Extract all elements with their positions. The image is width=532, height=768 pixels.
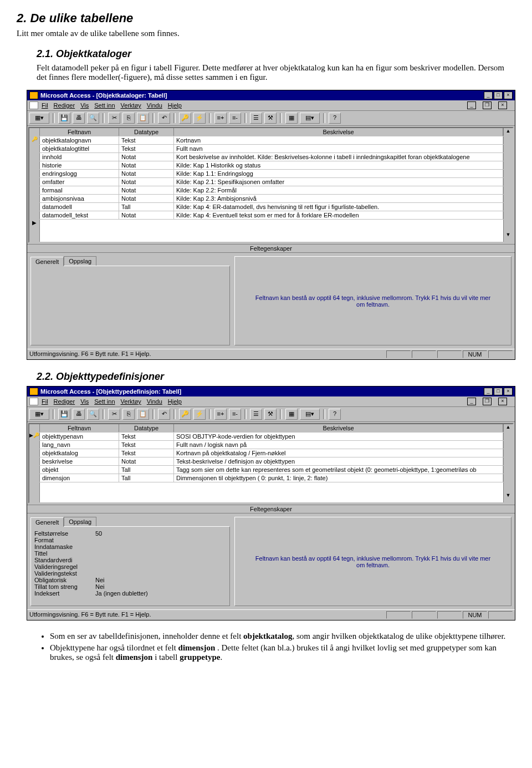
- cell-datatype[interactable]: Tekst: [119, 136, 174, 144]
- view-dropdown[interactable]: ▦▾: [29, 113, 49, 124]
- row-selector-current[interactable]: ▶: [29, 220, 40, 232]
- db-window-button[interactable]: ▦: [285, 113, 298, 124]
- row-selector[interactable]: [29, 203, 40, 211]
- cell-beskrivelse[interactable]: Kortnavn: [174, 136, 503, 144]
- tab-generelt[interactable]: Generelt: [30, 257, 64, 266]
- cell-feltnavn[interactable]: historie: [40, 161, 119, 169]
- close-button[interactable]: ×: [504, 91, 513, 99]
- properties-button[interactable]: ☰: [250, 113, 262, 124]
- table-row[interactable]: omfatterNotatKilde: Kap 2.1: Spesifikajs…: [29, 178, 513, 186]
- menu-vis[interactable]: Vis: [80, 102, 89, 109]
- property-value[interactable]: [95, 537, 226, 543]
- cell-feltnavn[interactable]: innhold: [40, 153, 119, 161]
- db-window-button[interactable]: ▦: [285, 409, 298, 420]
- maximize-button[interactable]: □: [494, 388, 503, 395]
- property-value[interactable]: [95, 570, 226, 577]
- col-datatype[interactable]: Datatype: [119, 128, 174, 136]
- paste-button[interactable]: 📋: [137, 113, 149, 124]
- cell-beskrivelse[interactable]: Kilde: Kap 2.1: Spesifikajsonen omfatter: [174, 178, 503, 186]
- cell-datatype[interactable]: Tall: [119, 474, 174, 482]
- cell-feltnavn[interactable]: omfatter: [40, 178, 119, 186]
- undo-button[interactable]: ↶: [158, 409, 170, 420]
- preview-button[interactable]: 🔍: [87, 409, 99, 420]
- property-row[interactable]: Inndatamaske: [34, 543, 226, 550]
- menu-verktoy[interactable]: Verktøy: [121, 102, 141, 109]
- insert-row-button[interactable]: ≡+: [214, 113, 227, 124]
- row-selector[interactable]: [29, 449, 40, 457]
- cell-datatype[interactable]: Notat: [119, 153, 174, 161]
- tab-oppslag[interactable]: Oppslag: [64, 517, 96, 526]
- cell-beskrivelse[interactable]: Tagg som sier om dette kan representeres…: [174, 466, 503, 474]
- table-row[interactable]: datamodellTallKilde: Kap 4: ER-datamodel…: [29, 203, 513, 211]
- row-selector[interactable]: [29, 211, 40, 219]
- col-datatype[interactable]: Datatype: [119, 424, 174, 432]
- table-row[interactable]: historieNotatKilde: Kap 1 Historikk og s…: [29, 161, 513, 170]
- menu-rediger[interactable]: Rediger: [54, 398, 75, 405]
- property-value[interactable]: Ja (ingen dubletter): [95, 590, 226, 597]
- table-row[interactable]: formaalNotatKilde: Kap 2.2: Formål: [29, 186, 513, 195]
- property-value[interactable]: [95, 563, 226, 570]
- cell-feltnavn[interactable]: objektkatalognavn: [40, 136, 119, 144]
- copy-button[interactable]: ⎘: [122, 113, 135, 124]
- menu-vis[interactable]: Vis: [80, 398, 89, 405]
- cell-feltnavn[interactable]: objekttypenavn: [40, 433, 119, 440]
- cell-feltnavn[interactable]: endringslogg: [40, 170, 119, 177]
- property-value[interactable]: [95, 557, 226, 563]
- new-object-dropdown[interactable]: ▤▾: [300, 409, 320, 420]
- property-row[interactable]: Tillat tom strengNei: [34, 583, 226, 590]
- cell-feltnavn[interactable]: lang_navn: [40, 441, 119, 449]
- table-row[interactable]: objektkatalogtittelTekstFullt navn: [29, 145, 513, 153]
- table-row[interactable]: lang_navnTekstFullt navn / logisk navn p…: [29, 441, 513, 449]
- table-row[interactable]: datamodell_tekstNotatKilde: Kap 4: Event…: [29, 211, 513, 220]
- insert-row-button[interactable]: ≡+: [214, 409, 227, 420]
- cell-beskrivelse[interactable]: Tekst-beskrivelse / definisjon av objekt…: [174, 457, 503, 465]
- cell-beskrivelse[interactable]: Kilde: Kap 4: ER-datamodell, dvs henvisn…: [174, 203, 503, 211]
- build-button[interactable]: ⚒: [264, 409, 277, 420]
- row-selector[interactable]: [29, 457, 40, 465]
- delete-row-button[interactable]: ≡-: [229, 409, 241, 420]
- cell-feltnavn[interactable]: ambisjonsnivaa: [40, 195, 119, 202]
- table-row[interactable]: 🔑objektkatalognavnTekstKortnavn: [29, 136, 513, 145]
- save-button[interactable]: 💾: [58, 113, 70, 124]
- cell-beskrivelse[interactable]: Fullt navn / logisk navn på: [174, 441, 503, 449]
- cell-datatype[interactable]: Notat: [119, 186, 174, 194]
- property-row[interactable]: Valideringsregel: [34, 563, 226, 570]
- cell-beskrivelse[interactable]: Kilde: Kap 2.2: Formål: [174, 186, 503, 194]
- cell-feltnavn[interactable]: objekt: [40, 466, 119, 474]
- cell-beskrivelse[interactable]: Kilde: Kap 2.3: Ambisjonsnivå: [174, 195, 503, 202]
- cell-feltnavn[interactable]: objektkatalogtittel: [40, 145, 119, 152]
- lightning-button[interactable]: ⚡: [193, 409, 206, 420]
- cell-beskrivelse[interactable]: Kortnavn på objektkatalog / Fjern-nøkkel: [174, 449, 503, 457]
- scroll-up-icon[interactable]: ▲: [503, 424, 513, 432]
- row-selector[interactable]: [29, 145, 40, 152]
- table-row[interactable]: dimensjonTallDimmensjonen til objekttype…: [29, 474, 513, 482]
- copy-button[interactable]: ⎘: [122, 409, 135, 420]
- key-button[interactable]: 🔑: [179, 409, 191, 420]
- mdi-minimize-button[interactable]: _: [467, 398, 476, 405]
- table-row[interactable]: objektkatalogTekstKortnavn på objektkata…: [29, 449, 513, 457]
- minimize-button[interactable]: _: [484, 91, 493, 99]
- cell-feltnavn[interactable]: formaal: [40, 186, 119, 194]
- view-dropdown[interactable]: ▦▾: [29, 409, 49, 420]
- menu-fil[interactable]: Fil: [42, 102, 48, 109]
- row-selector[interactable]: 🔑: [29, 136, 40, 144]
- property-value[interactable]: [95, 550, 226, 557]
- row-selector[interactable]: [29, 441, 40, 449]
- cell-feltnavn[interactable]: datamodell_tekst: [40, 211, 119, 219]
- property-row[interactable]: Format: [34, 537, 226, 543]
- undo-button[interactable]: ↶: [158, 113, 170, 124]
- cell-feltnavn[interactable]: beskrivelse: [40, 457, 119, 465]
- key-button[interactable]: 🔑: [179, 113, 191, 124]
- property-row[interactable]: Feltstørrelse50: [34, 530, 226, 537]
- cell-beskrivelse[interactable]: Kilde: Kap 1 Historikk og status: [174, 161, 503, 169]
- row-selector[interactable]: [29, 178, 40, 186]
- property-row[interactable]: ObligatoriskNei: [34, 577, 226, 583]
- row-selector[interactable]: [29, 170, 40, 177]
- preview-button[interactable]: 🔍: [87, 113, 99, 124]
- cell-datatype[interactable]: Notat: [119, 178, 174, 186]
- cell-datatype[interactable]: Notat: [119, 161, 174, 169]
- cut-button[interactable]: ✂: [108, 409, 120, 420]
- menu-verktoy[interactable]: Verktøy: [121, 398, 141, 405]
- menu-vindu[interactable]: Vindu: [147, 398, 162, 405]
- row-selector[interactable]: [29, 153, 40, 161]
